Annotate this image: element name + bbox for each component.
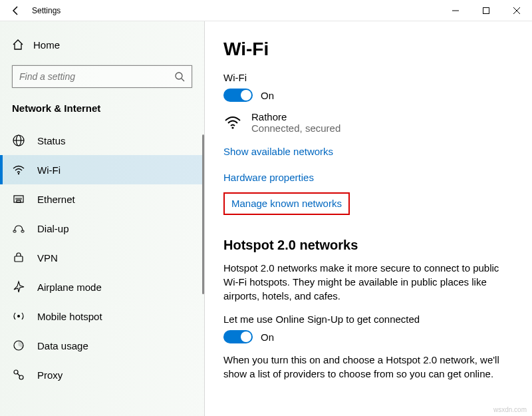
- proxy-icon: [12, 368, 25, 381]
- connected-network[interactable]: Rathore Connected, secured: [223, 111, 513, 134]
- sidebar-item-label: Ethernet: [37, 194, 75, 205]
- sidebar-item-label: Airplane mode: [37, 282, 102, 293]
- sidebar-item-label: Mobile hotspot: [37, 311, 102, 322]
- signup-toggle-row: On: [223, 330, 513, 343]
- sidebar-item-ethernet[interactable]: Ethernet: [0, 184, 204, 214]
- datausage-icon: [12, 339, 25, 352]
- sidebar-item-label: Wi-Fi: [37, 164, 61, 176]
- network-name: Rathore: [251, 111, 340, 122]
- network-status: Connected, secured: [251, 122, 340, 134]
- sidebar-item-label: VPN: [37, 252, 58, 264]
- sidebar-item-label: Dial-up: [37, 223, 69, 234]
- sidebar-item-hotspot[interactable]: Mobile hotspot: [0, 302, 204, 331]
- svg-rect-17: [13, 230, 16, 232]
- back-button[interactable]: [5, 0, 27, 21]
- wifi-toggle[interactable]: [223, 89, 253, 102]
- airplane-icon: [12, 280, 25, 294]
- vpn-icon: [12, 251, 25, 264]
- nav-list: Status Wi-Fi Ethernet Dial-up VPN: [0, 126, 204, 389]
- svg-line-5: [182, 79, 184, 81]
- page-heading: Wi-Fi: [223, 39, 513, 60]
- sidebar-item-datausage[interactable]: Data usage: [0, 331, 204, 360]
- svg-line-24: [17, 373, 20, 376]
- main-panel: Wi-Fi Wi-Fi On Rathore Connected, secure…: [205, 21, 532, 416]
- svg-rect-11: [17, 200, 21, 202]
- window-controls: [440, 0, 532, 21]
- svg-rect-19: [15, 256, 23, 262]
- hotspot-icon: [12, 310, 25, 323]
- sidebar-item-proxy[interactable]: Proxy: [0, 360, 204, 389]
- dialup-icon: [12, 222, 25, 235]
- signup-toggle-state: On: [261, 331, 274, 343]
- hotspot-heading: Hotspot 2.0 networks: [223, 238, 513, 253]
- manage-known-networks-link[interactable]: Manage known networks: [231, 198, 342, 209]
- maximize-button[interactable]: [471, 0, 501, 21]
- window-title: Settings: [32, 6, 61, 15]
- toggle-knob: [241, 90, 251, 101]
- titlebar: Settings: [0, 0, 532, 21]
- sidebar-item-status[interactable]: Status: [0, 126, 204, 155]
- sidebar-item-label: Data usage: [37, 340, 88, 351]
- signup-description: When you turn this on and choose a Hotsp…: [223, 353, 513, 381]
- sidebar: Home Network & Internet Status Wi-Fi: [0, 21, 205, 416]
- sidebar-item-vpn[interactable]: VPN: [0, 243, 204, 272]
- ethernet-icon: [12, 192, 25, 206]
- back-arrow-icon: [11, 5, 21, 16]
- wifi-toggle-row: On: [223, 89, 513, 102]
- svg-point-20: [17, 315, 20, 317]
- hardware-properties-link[interactable]: Hardware properties: [223, 172, 314, 183]
- svg-point-9: [18, 173, 19, 174]
- minimize-button[interactable]: [440, 0, 471, 21]
- hotspot-description: Hotspot 2.0 networks make it more secure…: [223, 261, 513, 303]
- close-icon: [513, 7, 520, 14]
- svg-rect-1: [483, 7, 489, 13]
- signup-toggle[interactable]: [223, 330, 253, 343]
- svg-point-4: [176, 73, 182, 79]
- sidebar-item-wifi[interactable]: Wi-Fi: [0, 155, 204, 184]
- home-icon: [12, 39, 24, 51]
- close-button[interactable]: [501, 0, 532, 21]
- toggle-knob: [241, 331, 251, 342]
- search-input[interactable]: [19, 71, 174, 82]
- sidebar-item-label: Status: [37, 135, 66, 146]
- watermark: wsxdn.com: [493, 406, 527, 413]
- wifi-icon: [12, 163, 25, 176]
- search-icon: [174, 71, 185, 82]
- minimize-icon: [452, 7, 459, 14]
- home-label: Home: [33, 39, 60, 51]
- svg-rect-18: [21, 230, 24, 232]
- wifi-toggle-state: On: [261, 90, 274, 101]
- sidebar-scrollbar[interactable]: [202, 134, 204, 294]
- show-available-link[interactable]: Show available networks: [223, 146, 333, 157]
- content-area: Home Network & Internet Status Wi-Fi: [0, 21, 532, 416]
- sidebar-item-dialup[interactable]: Dial-up: [0, 214, 204, 243]
- signup-label: Let me use Online Sign-Up to get connect…: [223, 313, 513, 325]
- maximize-icon: [483, 7, 489, 14]
- category-header: Network & Internet: [0, 99, 204, 126]
- search-box[interactable]: [12, 65, 192, 88]
- wifi-section-label: Wi-Fi: [223, 72, 513, 83]
- home-nav[interactable]: Home: [0, 33, 204, 56]
- manage-known-highlight: Manage known networks: [223, 192, 350, 215]
- sidebar-item-label: Proxy: [37, 369, 63, 381]
- sidebar-item-airplane[interactable]: Airplane mode: [0, 272, 204, 302]
- wifi-signal-icon: [223, 112, 242, 131]
- svg-point-25: [231, 126, 233, 128]
- status-icon: [12, 134, 25, 147]
